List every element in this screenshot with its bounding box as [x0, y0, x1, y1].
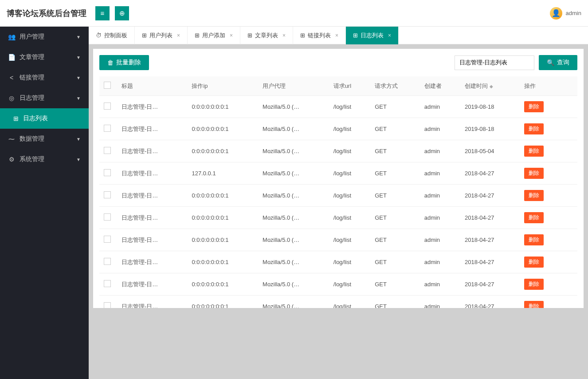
main: ⏱控制面板⊞用户列表×⊞用户添加×⊞文章列表×⊞链接列表×⊞日志列表× 🗑 批量…	[89, 27, 588, 379]
sidebar-item-label: 用户管理	[20, 33, 44, 41]
submenu-item-log-list[interactable]: ⊞日志列表	[0, 108, 89, 129]
delete-button[interactable]: 删除	[524, 101, 544, 112]
cell-time: 2018-04-27	[460, 185, 520, 207]
cell-time: 2018-04-27	[460, 273, 520, 296]
cell-url: /log/list	[329, 140, 371, 162]
cell-ua: Mozilla/5.0 (…	[258, 162, 329, 185]
delete-button[interactable]: 删除	[524, 279, 544, 290]
delete-button[interactable]: 删除	[524, 190, 544, 201]
table-row: 日志管理-日… 0:0:0:0:0:0:0:1 Mozilla/5.0 (… /…	[99, 185, 577, 207]
query-button[interactable]: 🔍 查询	[539, 55, 577, 70]
sidebar-item-label: 日志管理	[20, 94, 44, 102]
row-checkbox[interactable]	[104, 258, 111, 265]
row-checkbox[interactable]	[104, 280, 111, 287]
users-icon: 👥	[8, 33, 15, 40]
sidebar-item-3[interactable]: ◎日志管理▼	[0, 88, 89, 108]
content-panel: 🗑 批量删除 🔍 查询 标题操作ip用户代理请求url请求方式创建者创建时间◆操…	[93, 49, 584, 308]
close-icon[interactable]: ×	[282, 32, 286, 39]
cell-creator: admin	[420, 251, 460, 273]
batch-delete-button[interactable]: 🗑 批量删除	[99, 55, 149, 70]
col-header-1: 操作ip	[187, 76, 258, 96]
close-icon[interactable]: ×	[388, 32, 391, 39]
tab-4[interactable]: ⊞链接列表×	[293, 27, 346, 44]
tab-1[interactable]: ⊞用户列表×	[135, 27, 188, 44]
table-row: 日志管理-日… 0:0:0:0:0:0:0:1 Mozilla/5.0 (… /…	[99, 251, 577, 273]
tab-5[interactable]: ⊞日志列表×	[346, 27, 399, 44]
cell-url: /log/list	[329, 96, 371, 118]
cell-title: 日志管理-日…	[117, 185, 187, 207]
col-header-6[interactable]: 创建时间◆	[460, 76, 520, 96]
sidebar-item-0[interactable]: 👥用户管理▼	[0, 27, 89, 47]
checkbox[interactable]	[104, 82, 111, 89]
sidebar-item-2[interactable]: <链接管理▼	[0, 67, 89, 88]
cell-title: 日志管理-日…	[117, 207, 187, 229]
cell-title: 日志管理-日…	[117, 96, 187, 118]
cell-creator: admin	[420, 229, 460, 251]
log-table: 标题操作ip用户代理请求url请求方式创建者创建时间◆操作 日志管理-日… 0:…	[99, 76, 577, 308]
row-checkbox[interactable]	[104, 125, 111, 132]
cell-time: 2019-08-18	[460, 118, 520, 140]
delete-button[interactable]: 删除	[524, 168, 544, 179]
cell-url: /log/list	[329, 273, 371, 296]
close-icon[interactable]: ×	[230, 32, 233, 39]
user-name[interactable]: admin	[566, 10, 581, 16]
cell-url: /log/list	[329, 207, 371, 229]
cell-time: 2018-04-27	[460, 251, 520, 273]
avatar[interactable]: 👤	[550, 7, 562, 20]
tab-0[interactable]: ⏱控制面板	[89, 27, 135, 44]
cell-creator: admin	[420, 273, 460, 296]
cell-url: /log/list	[329, 118, 371, 140]
top-header: 博客论坛系统后台管理 ≡ ⊕ 👤 admin	[0, 0, 588, 27]
tab-2[interactable]: ⊞用户添加×	[188, 27, 240, 44]
sidebar-item-4[interactable]: ⁓数据管理▼	[0, 129, 89, 149]
submenu-label: 日志列表	[23, 114, 48, 122]
row-checkbox[interactable]	[104, 236, 111, 243]
search-icon: 🔍	[547, 59, 554, 66]
table-row: 日志管理-日… 0:0:0:0:0:0:0:1 Mozilla/5.0 (… /…	[99, 118, 577, 140]
sidebar: 👥用户管理▼📄文章管理▼<链接管理▼◎日志管理▼⊞日志列表⁓数据管理▼⚙系统管理…	[0, 27, 89, 379]
tab-3[interactable]: ⊞文章列表×	[240, 27, 293, 44]
select-all-header[interactable]	[99, 76, 117, 96]
close-icon[interactable]: ×	[335, 32, 338, 39]
sidebar-item-1[interactable]: 📄文章管理▼	[0, 47, 89, 67]
delete-button[interactable]: 删除	[524, 234, 544, 245]
row-checkbox[interactable]	[104, 147, 111, 154]
toolbar-right: 🔍 查询	[455, 55, 577, 70]
tab-label: 文章列表	[255, 32, 278, 39]
row-checkbox[interactable]	[104, 302, 111, 308]
row-checkbox[interactable]	[104, 169, 111, 176]
row-checkbox[interactable]	[104, 103, 111, 110]
globe-button[interactable]: ⊕	[115, 6, 129, 20]
doc-icon: 📄	[8, 54, 15, 61]
cell-url: /log/list	[329, 229, 371, 251]
delete-button[interactable]: 删除	[524, 146, 544, 157]
delete-button[interactable]: 删除	[524, 257, 544, 268]
table-row: 日志管理-日… 0:0:0:0:0:0:0:1 Mozilla/5.0 (… /…	[99, 207, 577, 229]
table-row: 日志管理-日… 0:0:0:0:0:0:0:1 Mozilla/5.0 (… /…	[99, 229, 577, 251]
table-row: 日志管理-日… 0:0:0:0:0:0:0:1 Mozilla/5.0 (… /…	[99, 296, 577, 308]
menu-toggle-button[interactable]: ≡	[95, 6, 110, 20]
dashboard-icon: ⏱	[96, 32, 102, 39]
chevron-down-icon: ▼	[76, 157, 81, 162]
cell-ip: 0:0:0:0:0:0:0:1	[187, 273, 258, 296]
cell-title: 日志管理-日…	[117, 251, 187, 273]
close-icon[interactable]: ×	[177, 32, 180, 39]
cell-time: 2018-04-27	[460, 229, 520, 251]
grid-icon: ⊞	[195, 32, 200, 39]
tab-label: 控制面板	[104, 32, 127, 39]
row-checkbox[interactable]	[104, 213, 111, 221]
trash-icon: 🗑	[107, 59, 114, 66]
tab-label: 用户列表	[149, 32, 172, 39]
delete-button[interactable]: 删除	[524, 123, 544, 134]
cell-creator: admin	[420, 140, 460, 162]
sidebar-item-5[interactable]: ⚙系统管理▼	[0, 149, 89, 170]
cell-time: 2019-08-18	[460, 96, 520, 118]
tab-label: 用户添加	[202, 32, 225, 39]
delete-button[interactable]: 删除	[524, 212, 544, 223]
cell-time: 2018-05-04	[460, 140, 520, 162]
delete-button[interactable]: 删除	[524, 301, 544, 308]
col-header-4: 请求方式	[370, 76, 419, 96]
row-checkbox[interactable]	[104, 191, 111, 198]
search-input[interactable]	[455, 55, 534, 70]
header-right: 👤 admin	[550, 7, 581, 20]
